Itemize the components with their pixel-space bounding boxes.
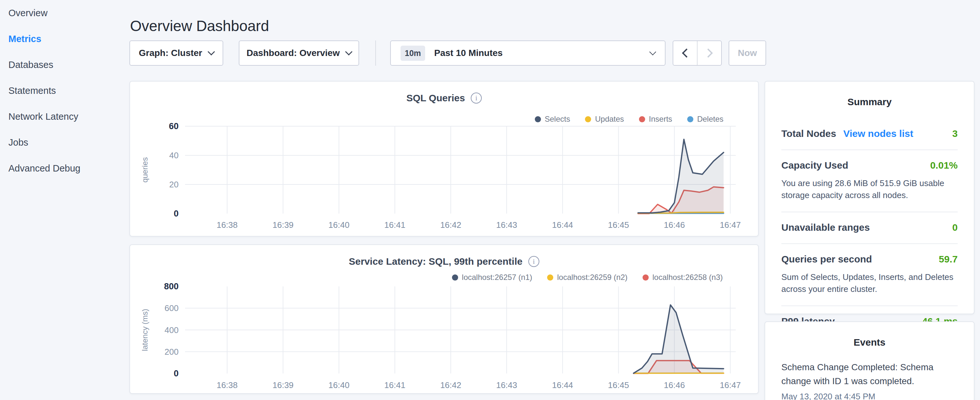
svg-text:16:47: 16:47 xyxy=(720,380,741,390)
sidebar-item-advanced-debug[interactable]: Advanced Debug xyxy=(0,155,129,181)
event-text: Schema Change Completed: Schema change w… xyxy=(781,360,958,388)
svg-text:20: 20 xyxy=(169,180,178,189)
svg-text:0: 0 xyxy=(174,209,178,218)
sidebar-item-statements[interactable]: Statements xyxy=(0,78,129,104)
controls-row: Graph: Cluster Dashboard: Overview 10m P… xyxy=(129,40,980,66)
svg-text:16:44: 16:44 xyxy=(552,380,573,390)
svg-text:latency (ms): latency (ms) xyxy=(140,309,149,351)
time-back-button[interactable] xyxy=(673,41,697,65)
svg-text:16:44: 16:44 xyxy=(552,220,573,230)
sidebar-item-network-latency[interactable]: Network Latency xyxy=(0,104,129,129)
summary-row-value: 3 xyxy=(952,128,958,139)
chevron-down-icon xyxy=(649,48,656,55)
now-button[interactable]: Now xyxy=(729,40,766,66)
time-range-badge: 10m xyxy=(401,46,425,61)
summary-row-label: Unavailable ranges xyxy=(781,222,870,233)
summary-row-value: 0 xyxy=(952,222,958,233)
svg-text:16:43: 16:43 xyxy=(496,380,517,390)
service-latency-chart: 0200400600800latency (ms)16:3816:3916:40… xyxy=(130,245,758,393)
time-pager xyxy=(673,40,722,66)
sidebar-nav: OverviewMetricsDatabasesStatementsNetwor… xyxy=(0,0,129,400)
events-list: Schema Change Completed: Schema change w… xyxy=(765,360,974,400)
time-range-label: Past 10 Minutes xyxy=(434,48,503,58)
summary-rows: Total NodesView nodes list3Capacity Used… xyxy=(781,118,958,337)
summary-row-subtext: Sum of Selects, Updates, Inserts, and De… xyxy=(781,271,958,295)
sql-queries-chart: 0204060queries16:3816:3916:4016:4116:421… xyxy=(130,81,758,236)
time-forward-button[interactable] xyxy=(697,41,721,65)
chevron-down-icon xyxy=(208,48,215,56)
sidebar-item-databases[interactable]: Databases xyxy=(0,52,129,78)
svg-text:16:45: 16:45 xyxy=(608,220,629,230)
graph-dropdown[interactable]: Graph: Cluster xyxy=(129,40,223,66)
svg-text:16:39: 16:39 xyxy=(272,380,293,390)
now-button-label: Now xyxy=(738,48,757,58)
svg-text:600: 600 xyxy=(165,303,178,313)
dashboard-dropdown[interactable]: Dashboard: Overview xyxy=(239,40,359,66)
summary-panel: Summary Total NodesView nodes list3Capac… xyxy=(765,81,975,314)
page-title: Overview Dashboard xyxy=(130,17,269,35)
svg-text:16:38: 16:38 xyxy=(216,220,237,230)
svg-text:400: 400 xyxy=(165,325,178,335)
event-item: Schema Change Completed: Schema change w… xyxy=(781,360,958,400)
summary-row-value: 0.01% xyxy=(930,160,958,171)
events-panel: Events Schema Change Completed: Schema c… xyxy=(765,321,975,400)
svg-text:16:47: 16:47 xyxy=(720,220,741,230)
svg-text:200: 200 xyxy=(165,347,178,357)
svg-text:0: 0 xyxy=(174,369,178,378)
summary-heading: Summary xyxy=(765,96,974,107)
dashboard-dropdown-label: Dashboard: Overview xyxy=(247,48,340,58)
svg-text:16:38: 16:38 xyxy=(216,380,237,390)
summary-row: Capacity Used0.01%You are using 28.6 MiB… xyxy=(781,150,958,212)
svg-text:16:40: 16:40 xyxy=(328,220,349,230)
summary-row-label: Queries per second xyxy=(781,254,872,265)
svg-text:40: 40 xyxy=(169,150,178,160)
svg-text:16:42: 16:42 xyxy=(440,220,461,230)
chevron-left-icon xyxy=(682,49,691,57)
summary-row-label: Total Nodes xyxy=(781,128,836,139)
time-range-dropdown[interactable]: 10m Past 10 Minutes xyxy=(390,40,665,66)
svg-text:60: 60 xyxy=(169,121,178,131)
main-content: Overview Dashboard Graph: Cluster Dashbo… xyxy=(129,0,980,400)
summary-row-value: 59.7 xyxy=(939,254,958,265)
sidebar-item-jobs[interactable]: Jobs xyxy=(0,129,129,155)
sidebar-item-metrics[interactable]: Metrics xyxy=(0,26,129,52)
summary-row-subtext: You are using 28.6 MiB of 515.9 GiB usab… xyxy=(781,177,958,201)
controls-divider xyxy=(375,40,376,66)
chevron-right-icon xyxy=(703,49,713,57)
svg-text:16:46: 16:46 xyxy=(664,380,685,390)
summary-row: Total NodesView nodes list3 xyxy=(781,118,958,150)
svg-text:16:45: 16:45 xyxy=(608,380,629,390)
svg-text:16:42: 16:42 xyxy=(440,380,461,390)
svg-text:800: 800 xyxy=(164,282,178,291)
summary-row-label: Capacity Used xyxy=(781,160,848,171)
event-timestamp: May 13, 2020 at 4:45 PM xyxy=(781,392,958,400)
svg-text:16:43: 16:43 xyxy=(496,220,517,230)
summary-row: Queries per second59.7Sum of Selects, Up… xyxy=(781,243,958,306)
sql-queries-chart-card: SQL Queries i SelectsUpdatesInsertsDelet… xyxy=(129,81,759,237)
view-nodes-list-link[interactable]: View nodes list xyxy=(843,128,913,139)
svg-text:16:40: 16:40 xyxy=(328,380,349,390)
svg-text:queries: queries xyxy=(140,157,149,183)
svg-text:16:46: 16:46 xyxy=(664,220,685,230)
sidebar-item-overview[interactable]: Overview xyxy=(0,0,129,26)
svg-text:16:41: 16:41 xyxy=(384,380,406,390)
graph-dropdown-label: Graph: Cluster xyxy=(139,48,202,58)
events-heading: Events xyxy=(765,337,974,348)
service-latency-chart-card: Service Latency: SQL, 99th percentile i … xyxy=(129,244,759,394)
summary-row: Unavailable ranges0 xyxy=(781,212,958,243)
chevron-down-icon xyxy=(345,48,353,56)
svg-text:16:39: 16:39 xyxy=(272,220,293,230)
svg-text:16:41: 16:41 xyxy=(384,220,406,230)
